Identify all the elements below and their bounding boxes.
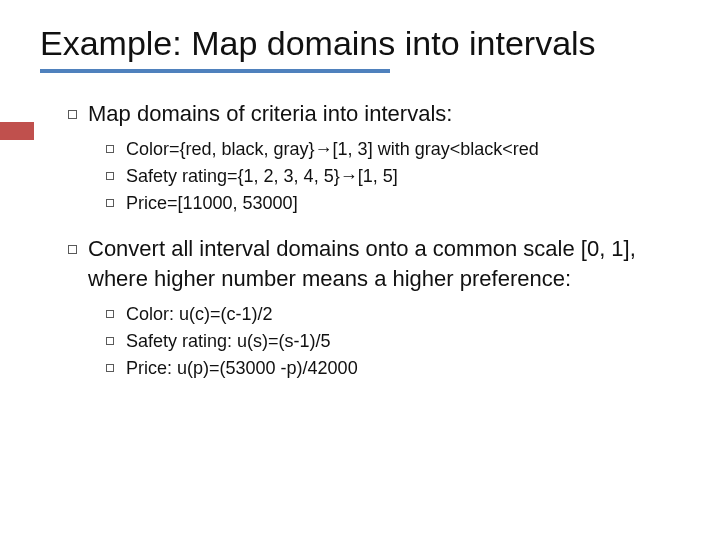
bullet-l2: Price=[11000, 53000]: [106, 191, 680, 216]
square-bullet-icon: [106, 329, 126, 354]
square-bullet-icon: [106, 356, 126, 381]
bullet-l2: Safety rating: u(s)=(s-1)/5: [106, 329, 680, 354]
bullet-l1: Convert all interval domains onto a comm…: [68, 234, 680, 293]
square-bullet-icon: [68, 99, 88, 129]
content: Map domains of criteria into intervals: …: [40, 99, 680, 381]
bullet-l2: Color={red, black, gray}→[1, 3] with gra…: [106, 137, 680, 162]
square-bullet-icon: [68, 234, 88, 293]
sub-item: Price: u(p)=(53000 -p)/42000: [126, 356, 680, 381]
square-bullet-icon: [106, 302, 126, 327]
bullet-l2: Color: u(c)=(c-1)/2: [106, 302, 680, 327]
slide-title: Example: Map domains into intervals: [40, 24, 680, 63]
square-bullet-icon: [106, 191, 126, 216]
sub-item: Price=[11000, 53000]: [126, 191, 680, 216]
section-heading: Map domains of criteria into intervals:: [88, 99, 680, 129]
accent-bar: [0, 122, 34, 140]
section-heading: Convert all interval domains onto a comm…: [88, 234, 680, 293]
sub-list: Color={red, black, gray}→[1, 3] with gra…: [68, 137, 680, 217]
section-0: Map domains of criteria into intervals: …: [68, 99, 680, 216]
sub-item: Safety rating={1, 2, 3, 4, 5}→[1, 5]: [126, 164, 680, 189]
sub-item: Color: u(c)=(c-1)/2: [126, 302, 680, 327]
sub-item: Color={red, black, gray}→[1, 3] with gra…: [126, 137, 680, 162]
square-bullet-icon: [106, 164, 126, 189]
bullet-l2: Price: u(p)=(53000 -p)/42000: [106, 356, 680, 381]
sub-list: Color: u(c)=(c-1)/2 Safety rating: u(s)=…: [68, 302, 680, 382]
section-1: Convert all interval domains onto a comm…: [68, 234, 680, 381]
bullet-l2: Safety rating={1, 2, 3, 4, 5}→[1, 5]: [106, 164, 680, 189]
bullet-l1: Map domains of criteria into intervals:: [68, 99, 680, 129]
title-block: Example: Map domains into intervals: [40, 24, 680, 73]
title-underline: [40, 69, 390, 73]
slide: Example: Map domains into intervals Map …: [0, 0, 720, 540]
square-bullet-icon: [106, 137, 126, 162]
sub-item: Safety rating: u(s)=(s-1)/5: [126, 329, 680, 354]
